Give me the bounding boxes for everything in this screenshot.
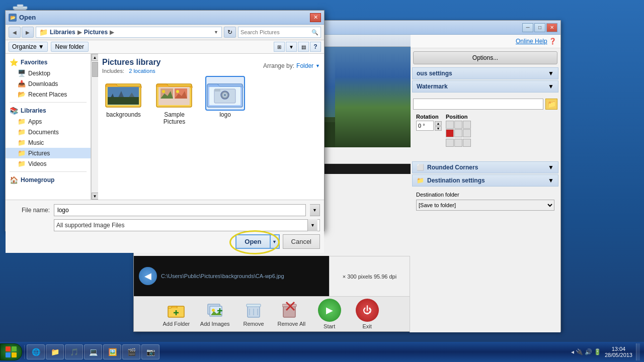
taskbar-app-photos[interactable]: 🖼️: [103, 344, 121, 359]
open-dropdown-button[interactable]: ▼: [270, 234, 280, 249]
filetype-dropdown-arrow[interactable]: ▼: [307, 219, 317, 231]
sidebar-item-videos[interactable]: 📁 Videos: [6, 158, 91, 169]
restore-button[interactable]: □: [534, 23, 545, 32]
rotation-down-button[interactable]: ▼: [435, 126, 442, 131]
exit-button[interactable]: ⏻ Exit: [353, 299, 381, 329]
scrollbar-up-arrow[interactable]: ▲: [92, 54, 99, 61]
online-help-link[interactable]: Online Help: [516, 38, 547, 45]
sidebar-item-desktop[interactable]: 🖥️ Desktop: [6, 68, 91, 78]
new-folder-button[interactable]: New folder: [51, 42, 89, 52]
start-button[interactable]: ▶ Start: [315, 299, 343, 329]
includes-count-link[interactable]: 2 locations: [129, 68, 155, 74]
tray-date-text: 28/05/2013: [605, 352, 632, 358]
position-mr[interactable]: [463, 129, 471, 137]
preview-pane-button[interactable]: ▤: [298, 42, 309, 52]
scrollbar-thumb[interactable]: [92, 62, 98, 77]
taskbar-app-video[interactable]: 🎬: [122, 344, 140, 359]
folder-item-backgrounds[interactable]: backgrounds: [102, 77, 145, 125]
dialog-close-button[interactable]: ✕: [310, 13, 321, 22]
explorer-icon: 📁: [50, 347, 59, 356]
open-button[interactable]: Open: [235, 234, 269, 249]
sidebar-item-apps[interactable]: 📁 Apps: [6, 116, 91, 127]
remove-button[interactable]: Remove: [240, 301, 268, 327]
position-bc[interactable]: [454, 139, 462, 147]
arrange-by-value[interactable]: Folder: [296, 62, 313, 69]
add-images-button[interactable]: Add Images: [200, 301, 230, 327]
dialog-help-button[interactable]: ?: [310, 42, 321, 52]
dialog-content: ⭐ Favorites 🖥️ Desktop 📥 Downloads �: [6, 54, 324, 200]
dialog-address-path[interactable]: 📁 Libraries ▶ Pictures ▶ ▼: [36, 27, 222, 38]
sample-pictures-folder-svg: [155, 77, 193, 110]
show-desktop-button[interactable]: [636, 343, 640, 360]
address-dropdown-button[interactable]: ▼: [214, 30, 218, 35]
tray-network-icon[interactable]: 🔌: [576, 348, 583, 355]
dialog-back-button[interactable]: ◀: [9, 27, 21, 38]
dialog-forward-button[interactable]: ▶: [22, 27, 34, 38]
watermark-text-input[interactable]: [413, 99, 543, 110]
taskbar-app-ie[interactable]: 🌐: [27, 344, 45, 359]
taskbar-app-explorer[interactable]: 📁: [46, 344, 64, 359]
favorites-group[interactable]: ⭐ Favorites: [6, 57, 91, 68]
tray-arrow-icon[interactable]: ◂: [571, 348, 574, 355]
organize-button[interactable]: Organize ▼: [9, 42, 48, 52]
tray-battery-icon[interactable]: 🔋: [594, 348, 601, 355]
dialog-refresh-button[interactable]: ↻: [224, 27, 236, 38]
destination-settings-header[interactable]: 📁 Destination settings ▼: [412, 174, 558, 187]
address-crumb-pictures[interactable]: Pictures: [84, 29, 108, 36]
sidebar-item-recent-places[interactable]: 📂 Recent Places: [6, 89, 91, 100]
view-dropdown-button[interactable]: ▼: [286, 42, 297, 52]
filetype-select[interactable]: All supported Image Files ▼: [54, 219, 320, 231]
close-button[interactable]: ✕: [546, 23, 557, 32]
downloads-item-label: Downloads: [28, 80, 58, 87]
position-tr[interactable]: [463, 121, 471, 129]
add-folder-label: Add Folder: [163, 321, 190, 327]
dialog-search-box[interactable]: 🔍: [238, 27, 321, 38]
view-change-button[interactable]: ⊞: [274, 42, 285, 52]
position-tl[interactable]: [446, 121, 454, 129]
arrange-by-chevron[interactable]: ▼: [315, 63, 320, 68]
watermark-header[interactable]: Watermark ▼: [412, 80, 558, 93]
minimize-button[interactable]: ─: [522, 23, 533, 32]
rotation-up-button[interactable]: ▲: [435, 121, 442, 126]
cancel-button[interactable]: Cancel: [283, 234, 320, 249]
fotosizer-right-panel: Online Help ❓ Options... ous settings ▼ …: [410, 35, 560, 332]
libraries-group[interactable]: 📚 Libraries: [6, 105, 91, 116]
folder-item-sample-pictures[interactable]: Sample Pictures: [153, 77, 196, 125]
previous-settings-chevron: ▼: [548, 70, 554, 77]
options-button[interactable]: Options...: [413, 51, 557, 64]
add-folder-button[interactable]: Add Folder: [163, 301, 190, 327]
prev-image-button[interactable]: ◀: [139, 267, 157, 285]
destination-folder-select[interactable]: [Save to folder]: [416, 200, 554, 211]
taskbar-app-media[interactable]: 🎵: [65, 344, 83, 359]
position-mc[interactable]: [454, 129, 462, 137]
taskbar-app-fotosizer[interactable]: 📷: [141, 344, 159, 359]
tray-time[interactable]: 13:04 28/05/2013: [603, 346, 634, 358]
sidebar-item-music[interactable]: 📁 Music: [6, 137, 91, 148]
watermark-input-row: 📁: [413, 99, 557, 110]
position-ml[interactable]: [446, 129, 454, 137]
tray-volume-icon[interactable]: 🔊: [585, 348, 592, 355]
position-tc[interactable]: [454, 121, 462, 129]
scrollbar-down-arrow[interactable]: ▼: [92, 193, 99, 200]
start-button[interactable]: [0, 343, 22, 360]
filename-dropdown-button[interactable]: ▼: [310, 204, 320, 216]
position-bl[interactable]: [446, 139, 454, 147]
taskbar-app-computer[interactable]: 💻: [84, 344, 102, 359]
rounded-corners-header[interactable]: ⬜ Rounded Corners ▼: [412, 161, 558, 173]
position-br[interactable]: [463, 139, 471, 147]
watermark-folder-button[interactable]: 📁: [545, 99, 557, 110]
sidebar-item-downloads[interactable]: 📥 Downloads: [6, 78, 91, 89]
sidebar-item-documents[interactable]: 📁 Documents: [6, 127, 91, 137]
rotation-input[interactable]: [416, 121, 434, 131]
dialog-search-input[interactable]: [240, 29, 310, 35]
previous-settings-header[interactable]: ous settings ▼: [412, 67, 558, 79]
sidebar-item-pictures[interactable]: 📁 Pictures: [6, 148, 91, 158]
filename-input[interactable]: [54, 204, 306, 216]
includes-label: Includes:: [102, 68, 124, 74]
remove-all-button[interactable]: Remove All: [278, 301, 306, 327]
homegroup-group[interactable]: 🏠 Homegroup: [6, 174, 91, 186]
add-images-label: Add Images: [200, 321, 230, 327]
address-crumb-libraries[interactable]: Libraries: [50, 29, 75, 36]
folder-item-logo[interactable]: logo: [204, 77, 247, 125]
search-icon[interactable]: 🔍: [311, 29, 318, 36]
